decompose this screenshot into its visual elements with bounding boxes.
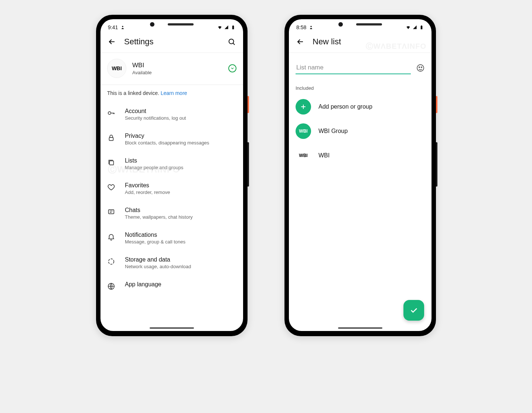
bell-icon <box>107 233 115 241</box>
svg-point-14 <box>419 67 420 68</box>
phone-left: 9:41 Settings WBI <box>96 15 248 336</box>
app-bar-settings: Settings <box>100 33 243 52</box>
svg-rect-6 <box>109 161 113 165</box>
svg-point-0 <box>122 26 124 27</box>
linked-device-note: This is a linked device. Learn more <box>100 85 243 102</box>
nav-handle <box>338 327 382 329</box>
setting-title: Notifications <box>125 232 185 238</box>
setting-title: Storage and data <box>125 256 191 263</box>
setting-sub: Network usage, auto-download <box>125 264 191 269</box>
avatar: WBI <box>107 59 126 78</box>
status-time: 9:41 <box>108 24 118 30</box>
svg-point-13 <box>417 65 424 71</box>
setting-row-privacy[interactable]: PrivacyBlock contacts, disappearing mess… <box>100 127 243 151</box>
svg-point-8 <box>109 259 114 264</box>
svg-rect-12 <box>421 25 422 26</box>
svg-rect-1 <box>232 26 234 29</box>
setting-sub: Manage people and groups <box>125 165 183 170</box>
settings-list: AccountSecurity notifications, log outPr… <box>100 102 243 296</box>
nav-handle <box>150 327 194 329</box>
plus-icon <box>296 99 311 115</box>
profile-name: WBI <box>132 62 152 69</box>
included-item-person[interactable]: WBI WBI <box>289 143 432 168</box>
setting-sub: Block contacts, disappearing messages <box>125 140 209 146</box>
signal-icon <box>412 25 417 30</box>
settings-content: WBI WBI Available This is a linked devic… <box>100 53 243 331</box>
list-name-input[interactable] <box>296 62 411 74</box>
setting-title: Lists <box>125 157 183 164</box>
notch <box>150 22 194 27</box>
wifi-icon <box>406 25 411 30</box>
notch <box>338 22 382 27</box>
signal-icon <box>224 25 229 30</box>
lock-icon <box>107 134 115 142</box>
svg-point-3 <box>229 39 234 44</box>
page-title: Settings <box>124 37 219 47</box>
search-button[interactable] <box>227 37 236 47</box>
key-icon <box>107 109 115 117</box>
svg-rect-7 <box>109 210 114 214</box>
svg-rect-11 <box>421 26 423 29</box>
add-person-label: Add person or group <box>318 103 372 110</box>
chat-icon <box>107 208 115 216</box>
setting-sub: Add, reorder, remove <box>125 190 170 195</box>
setting-row-app-language[interactable]: App language <box>100 275 243 296</box>
phone-right: 8:58 New list ⒸWΛBETΛINFO <box>284 15 436 336</box>
wifi-icon <box>217 25 222 30</box>
battery-icon <box>231 25 236 30</box>
svg-point-15 <box>421 67 422 68</box>
setting-row-account[interactable]: AccountSecurity notifications, log out <box>100 102 243 127</box>
included-item-label: WBI Group <box>318 128 348 134</box>
setting-row-notifications[interactable]: NotificationsMessage, group & call tones <box>100 226 243 250</box>
profile-status: Available <box>132 70 152 75</box>
section-included-label: Included <box>289 76 432 95</box>
back-button[interactable] <box>107 37 117 47</box>
setting-sub: Theme, wallpapers, chat history <box>125 214 193 220</box>
globe-icon <box>107 282 115 290</box>
included-item-label: WBI <box>318 152 330 159</box>
svg-rect-5 <box>109 137 113 140</box>
setting-title: App language <box>125 281 161 288</box>
learn-more-link[interactable]: Learn more <box>161 90 187 96</box>
status-time: 8:58 <box>296 24 306 30</box>
app-bar-newlist: New list ⒸWΛBETΛINFO <box>289 33 432 52</box>
user-lock-icon <box>120 25 125 30</box>
setting-sub: Message, group & call tones <box>125 239 185 245</box>
user-lock-icon <box>308 25 314 30</box>
emoji-button[interactable] <box>416 64 425 72</box>
setting-row-chats[interactable]: ChatsTheme, wallpapers, chat history <box>100 201 243 226</box>
group-avatar: WBI <box>296 123 311 139</box>
setting-row-storage-and-data[interactable]: Storage and dataNetwork usage, auto-down… <box>100 250 243 275</box>
setting-sub: Security notifications, log out <box>125 115 186 121</box>
add-person-row[interactable]: Add person or group <box>289 95 432 119</box>
setting-title: Chats <box>125 207 193 214</box>
page-title: New list <box>313 37 425 47</box>
profile-row[interactable]: WBI WBI Available <box>100 53 243 85</box>
svg-point-10 <box>311 26 312 27</box>
storage-icon <box>107 257 115 266</box>
svg-point-4 <box>108 112 111 114</box>
battery-icon <box>419 25 424 30</box>
heart-icon <box>107 183 115 191</box>
setting-row-lists[interactable]: ListsManage people and groups <box>100 151 243 176</box>
included-item-group[interactable]: WBI WBI Group <box>289 119 432 143</box>
svg-rect-2 <box>233 25 233 26</box>
chevron-down-circle-icon[interactable] <box>228 64 236 72</box>
setting-row-favorites[interactable]: FavoritesAdd, reorder, remove <box>100 176 243 201</box>
setting-title: Account <box>125 108 186 115</box>
confirm-fab[interactable] <box>403 300 424 321</box>
setting-title: Favorites <box>125 182 170 189</box>
screen-settings: 9:41 Settings WBI <box>100 19 243 331</box>
screen-newlist: 8:58 New list ⒸWΛBETΛINFO <box>289 19 432 331</box>
person-avatar: WBI <box>296 148 311 163</box>
back-button[interactable] <box>296 37 305 47</box>
setting-title: Privacy <box>125 133 209 139</box>
newlist-content: Included Add person or group WBI WBI Gro… <box>289 53 432 331</box>
lists-icon <box>107 158 115 167</box>
